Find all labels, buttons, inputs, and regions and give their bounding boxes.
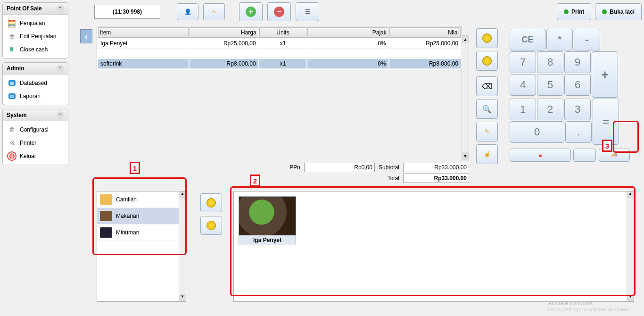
menu-label: Laporan bbox=[20, 93, 41, 100]
calculator-icon: 🖩 bbox=[7, 45, 17, 54]
remove-button[interactable]: − bbox=[267, 2, 291, 21]
key-multiply[interactable]: * bbox=[546, 29, 573, 50]
panel-pos: Point Of Sale ⌃ 🧮Penjualan ☕Edit Penjual… bbox=[2, 2, 68, 58]
scroll-down-icon[interactable]: ▼ bbox=[462, 152, 469, 160]
search-icon: 🔍 bbox=[482, 105, 492, 114]
menu-configurasi[interactable]: 🛠Configurasi bbox=[4, 123, 67, 136]
category-label: Makanan bbox=[116, 213, 139, 219]
panel-admin-title: Admin bbox=[7, 65, 24, 72]
cell-harga: Rp8.000,00 bbox=[190, 59, 258, 69]
menu-close-cash[interactable]: 🖩Close cash bbox=[4, 43, 67, 56]
menu-label: Keluar bbox=[20, 153, 36, 159]
add-button[interactable]: + bbox=[239, 2, 263, 21]
menu-printer[interactable]: 🖨Printer bbox=[4, 136, 67, 150]
category-item-camilan[interactable]: Camilan bbox=[97, 191, 186, 208]
split-button[interactable]: ✂ bbox=[203, 3, 225, 20]
th-pajak[interactable]: Pajak bbox=[307, 27, 388, 38]
key-3[interactable]: 3 bbox=[564, 99, 591, 120]
scroll-up-icon[interactable]: ▲ bbox=[462, 36, 469, 43]
action-down-button[interactable] bbox=[476, 51, 498, 71]
panel-pos-header[interactable]: Point Of Sale ⌃ bbox=[3, 3, 68, 15]
table-row[interactable]: softdrink Rp8.000,00 x1 0% Rp8.000,00 bbox=[98, 59, 461, 69]
menu-keluar[interactable]: ⏻Keluar bbox=[4, 150, 67, 163]
scroll-up-icon[interactable]: ▲ bbox=[179, 191, 186, 199]
th-units[interactable]: Units bbox=[259, 27, 307, 38]
scroll-up-icon[interactable]: ▲ bbox=[627, 191, 634, 199]
table-row[interactable]: Iga Penyet Rp25.000,00 x1 0% Rp25.000,00 bbox=[98, 39, 461, 49]
collapse-sidebar-button[interactable]: ‹ bbox=[80, 29, 92, 43]
th-nilai[interactable]: Nilai bbox=[389, 27, 461, 38]
ppn-label: PPn bbox=[289, 164, 300, 171]
category-scrollbar[interactable]: ▲▼ bbox=[179, 191, 186, 301]
menu-databased[interactable]: ▦Databased bbox=[4, 76, 67, 90]
key-6[interactable]: 6 bbox=[564, 74, 591, 96]
product-card-iga-penyet[interactable]: Iga Penyet bbox=[239, 196, 296, 245]
pencil-icon: ✎ bbox=[485, 128, 489, 135]
total-input bbox=[403, 174, 469, 183]
th-item[interactable]: Item bbox=[98, 27, 189, 38]
annotation-label-1: 1 bbox=[130, 162, 140, 174]
menu-laporan[interactable]: ▤Laporan bbox=[4, 90, 67, 103]
menu-edit-penjualan[interactable]: ☕Edit Penjualan bbox=[4, 30, 67, 43]
subtotal-label: Subtotal bbox=[379, 164, 399, 171]
aux-button-1[interactable] bbox=[573, 149, 596, 162]
print-button[interactable]: Print bbox=[557, 3, 591, 20]
barcode-display[interactable]: ■ bbox=[510, 149, 571, 162]
key-0[interactable]: 0 bbox=[510, 121, 564, 143]
cell-units: x1 bbox=[259, 39, 307, 49]
key-7[interactable]: 7 bbox=[510, 51, 536, 73]
product-scrollbar[interactable]: ▲▼ bbox=[627, 191, 634, 301]
key-equals[interactable]: = bbox=[593, 99, 619, 145]
edit-line-button[interactable]: ✎ bbox=[476, 122, 498, 141]
panel-admin-header[interactable]: Admin ⌃ bbox=[3, 63, 68, 75]
key-4[interactable]: 4 bbox=[510, 74, 536, 96]
menu-label: Databased bbox=[20, 80, 47, 86]
cell-nilai: Rp8.000,00 bbox=[389, 59, 461, 69]
category-item-minuman[interactable]: Minuman bbox=[97, 225, 186, 241]
cell-item: Iga Penyet bbox=[98, 39, 189, 49]
panel-system-header[interactable]: System ⌃ bbox=[3, 109, 68, 121]
minus-icon: − bbox=[274, 7, 284, 17]
cell-item: softdrink bbox=[98, 59, 189, 69]
table-scrollbar[interactable]: ▲▼ bbox=[462, 35, 469, 160]
key-5[interactable]: 5 bbox=[537, 74, 563, 96]
scroll-down-icon[interactable]: ▼ bbox=[179, 294, 186, 301]
key-ce[interactable]: CE bbox=[510, 29, 545, 50]
plus-icon: + bbox=[246, 7, 256, 17]
list-icon: ☰ bbox=[305, 8, 310, 15]
print-label: Print bbox=[571, 8, 584, 15]
list-button[interactable]: ☰ bbox=[296, 2, 319, 21]
chevron-up-icon[interactable]: ⌃ bbox=[57, 111, 64, 119]
nav-up-button[interactable] bbox=[200, 193, 222, 212]
buka-laci-button[interactable]: Buka laci bbox=[595, 3, 642, 20]
delete-button[interactable]: ⌫ bbox=[476, 76, 498, 96]
menu-penjualan[interactable]: 🧮Penjualan bbox=[4, 17, 67, 30]
order-items-area: Item Harga Units Pajak Nilai Iga Penyet … bbox=[97, 26, 469, 160]
wrench-icon: 🛠 bbox=[7, 125, 17, 134]
chevron-up-icon[interactable]: ⌃ bbox=[57, 65, 64, 72]
action-up-button[interactable] bbox=[476, 28, 498, 48]
nav-down-button[interactable] bbox=[200, 216, 222, 235]
panel-system-title: System bbox=[7, 112, 27, 118]
key-dot[interactable]: . bbox=[565, 121, 592, 143]
menu-label: Printer bbox=[20, 140, 36, 146]
category-nav bbox=[200, 193, 223, 239]
th-harga[interactable]: Harga bbox=[190, 27, 258, 38]
annotation-label-3: 3 bbox=[602, 140, 612, 152]
key-minus[interactable]: - bbox=[574, 29, 600, 50]
key-1[interactable]: 1 bbox=[510, 99, 536, 120]
total-label: Total bbox=[388, 175, 399, 182]
attributes-button[interactable]: ☝ bbox=[476, 144, 498, 164]
chevron-up-icon[interactable]: ⌃ bbox=[57, 5, 64, 12]
category-label: Minuman bbox=[116, 229, 139, 236]
search-button[interactable]: 🔍 bbox=[476, 99, 498, 119]
category-item-makanan[interactable]: Makanan bbox=[97, 208, 186, 225]
customer-button[interactable]: 👤 bbox=[177, 3, 198, 20]
ppn-input[interactable] bbox=[304, 163, 375, 172]
key-2[interactable]: 2 bbox=[537, 99, 563, 120]
key-plus[interactable]: + bbox=[592, 51, 618, 98]
key-8[interactable]: 8 bbox=[537, 51, 563, 73]
key-9[interactable]: 9 bbox=[564, 51, 591, 73]
menu-label: Penjualan bbox=[20, 20, 45, 26]
annotation-label-2: 2 bbox=[250, 175, 260, 187]
